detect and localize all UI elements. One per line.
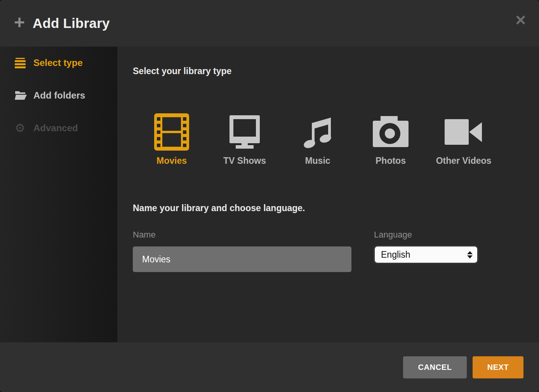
tv-icon [227, 113, 262, 151]
next-button[interactable]: NEXT [473, 356, 523, 378]
sidebar-item-label: Advanced [33, 123, 78, 134]
music-note-icon [300, 113, 336, 151]
language-field-label: Language [374, 229, 478, 240]
name-language-fields: Name Language English [133, 229, 523, 272]
library-type-other-videos[interactable]: Other Videos [427, 113, 500, 167]
language-select-value: English [381, 250, 410, 260]
library-type-music[interactable]: Music [281, 113, 354, 167]
name-section-title: Name your library and choose language. [133, 202, 523, 214]
library-type-label: Music [305, 155, 330, 167]
sidebar-item-select-type[interactable]: Select type [0, 47, 117, 79]
library-type-label: Photos [376, 155, 406, 167]
wizard-steps-sidebar: Select type Add folders ⚙ Advanced [0, 47, 117, 342]
video-camera-icon [445, 113, 483, 151]
library-type-label: Other Videos [436, 155, 492, 167]
add-library-dialog: + Add Library × Select type Add folders … [0, 0, 539, 392]
language-select[interactable]: English [374, 246, 478, 264]
library-type-row: Movies TV Shows [135, 113, 523, 167]
film-strip-icon [154, 113, 189, 151]
dialog-header: + Add Library × [0, 0, 539, 47]
folder-open-icon [15, 90, 28, 101]
sidebar-item-label: Add folders [33, 90, 85, 101]
sidebar-item-label: Select type [33, 57, 83, 68]
library-type-movies[interactable]: Movies [135, 113, 208, 167]
plus-icon: + [14, 13, 25, 32]
sidebar-item-advanced: ⚙ Advanced [0, 112, 117, 144]
name-field-label: Name [133, 229, 351, 240]
dialog-footer: CANCEL NEXT [0, 342, 539, 392]
library-name-input[interactable] [133, 246, 351, 272]
library-type-photos[interactable]: Photos [354, 113, 427, 167]
dialog-content: Select your library type [117, 47, 539, 342]
select-arrows-icon [467, 251, 473, 258]
camera-icon [372, 113, 409, 151]
close-icon[interactable]: × [515, 11, 526, 29]
sidebar-item-add-folders[interactable]: Add folders [0, 79, 117, 112]
library-type-label: Movies [156, 155, 187, 167]
cancel-button[interactable]: CANCEL [403, 356, 467, 378]
dialog-title: Add Library [33, 16, 110, 31]
library-type-label: TV Shows [223, 155, 266, 167]
type-section-title: Select your library type [133, 65, 523, 77]
list-icon [15, 58, 28, 68]
library-type-tv-shows[interactable]: TV Shows [208, 113, 281, 167]
gear-icon: ⚙ [15, 122, 28, 134]
